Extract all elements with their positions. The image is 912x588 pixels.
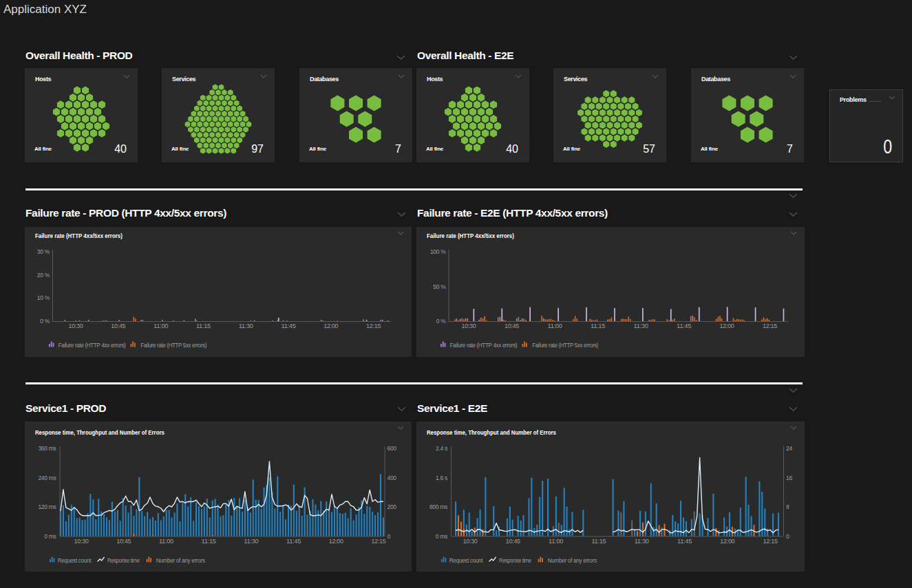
svg-text:11:15: 11:15	[202, 538, 217, 545]
svg-text:10:30: 10:30	[74, 538, 89, 545]
svg-text:10 %: 10 %	[37, 294, 50, 301]
svg-text:Failure rate (HTTP 4xx errors): Failure rate (HTTP 4xx errors)	[59, 342, 126, 349]
svg-text:1.6 s: 1.6 s	[436, 475, 447, 481]
svg-text:11:00: 11:00	[153, 323, 169, 329]
svg-text:16: 16	[786, 475, 792, 481]
svg-text:200: 200	[388, 503, 397, 510]
svg-text:11:45: 11:45	[286, 538, 301, 545]
svg-text:Number of any errors: Number of any errors	[156, 557, 205, 564]
svg-text:12:00: 12:00	[324, 323, 339, 329]
svg-text:50 %: 50 %	[433, 283, 446, 290]
svg-text:10:45: 10:45	[116, 538, 131, 545]
svg-text:11:00: 11:00	[159, 538, 174, 545]
svg-text:Number of any errors: Number of any errors	[548, 557, 597, 564]
svg-text:10:30: 10:30	[69, 323, 84, 329]
svg-text:11:00: 11:00	[549, 538, 564, 545]
svg-text:0 ms: 0 ms	[44, 533, 56, 540]
svg-text:Failure rate (HTTP 4xx/5xx err: Failure rate (HTTP 4xx/5xx errors)	[35, 232, 123, 239]
svg-text:11:30: 11:30	[244, 538, 259, 545]
svg-text:12:15: 12:15	[366, 323, 381, 329]
svg-text:10:45: 10:45	[506, 538, 521, 545]
svg-text:11:15: 11:15	[196, 323, 211, 329]
svg-text:10:45: 10:45	[111, 323, 126, 329]
svg-text:12:00: 12:00	[329, 538, 344, 545]
svg-text:Failure rate (HTTP 4xx errors): Failure rate (HTTP 4xx errors)	[450, 342, 518, 349]
svg-text:24: 24	[786, 445, 792, 452]
svg-text:11:15: 11:15	[591, 538, 606, 545]
svg-text:Response time: Response time	[499, 557, 531, 564]
svg-text:Request count: Request count	[58, 557, 92, 564]
svg-text:Response time, Throughput and: Response time, Throughput and Number of …	[427, 429, 556, 436]
svg-text:Response time: Response time	[107, 557, 140, 564]
svg-text:11:15: 11:15	[591, 323, 606, 329]
svg-text:600: 600	[388, 445, 397, 452]
svg-text:0: 0	[388, 533, 391, 540]
svg-text:2.4 s: 2.4 s	[436, 445, 447, 452]
svg-text:12:00: 12:00	[720, 538, 735, 545]
svg-text:10:30: 10:30	[462, 323, 477, 329]
svg-text:120 ms: 120 ms	[38, 503, 56, 510]
svg-text:11:30: 11:30	[635, 538, 650, 545]
svg-text:12:00: 12:00	[720, 323, 735, 329]
svg-text:0 %: 0 %	[436, 318, 446, 325]
svg-text:360 ms: 360 ms	[38, 445, 56, 452]
svg-text:30 %: 30 %	[37, 248, 50, 255]
svg-text:11:30: 11:30	[634, 323, 649, 329]
svg-text:Failure rate (HTTP 4xx/5xx err: Failure rate (HTTP 4xx/5xx errors)	[427, 232, 514, 239]
svg-text:Failure rate (HTTP 5xx errors): Failure rate (HTTP 5xx errors)	[140, 342, 206, 349]
svg-text:100 %: 100 %	[430, 248, 446, 255]
svg-text:11:45: 11:45	[677, 323, 692, 329]
svg-text:11:30: 11:30	[239, 323, 254, 329]
svg-text:12:15: 12:15	[763, 538, 778, 545]
svg-text:20 %: 20 %	[37, 272, 50, 279]
svg-text:0 ms: 0 ms	[436, 533, 447, 540]
svg-text:0 %: 0 %	[40, 318, 50, 325]
svg-text:11:45: 11:45	[282, 323, 297, 329]
svg-text:240 ms: 240 ms	[38, 475, 56, 481]
svg-text:400: 400	[388, 475, 397, 481]
svg-text:800 ms: 800 ms	[430, 503, 447, 510]
svg-text:11:00: 11:00	[548, 323, 563, 329]
svg-text:12:15: 12:15	[763, 323, 778, 329]
svg-text:Failure rate (HTTP 5xx errors): Failure rate (HTTP 5xx errors)	[532, 342, 598, 349]
svg-text:8: 8	[786, 503, 789, 510]
svg-text:0: 0	[786, 533, 789, 540]
svg-text:10:30: 10:30	[463, 538, 478, 545]
svg-text:Request count: Request count	[449, 557, 483, 564]
svg-text:10:45: 10:45	[505, 323, 520, 329]
svg-text:12:15: 12:15	[371, 538, 386, 545]
svg-text:11:45: 11:45	[677, 538, 692, 545]
svg-text:Response time, Throughput and: Response time, Throughput and Number of …	[35, 429, 165, 436]
